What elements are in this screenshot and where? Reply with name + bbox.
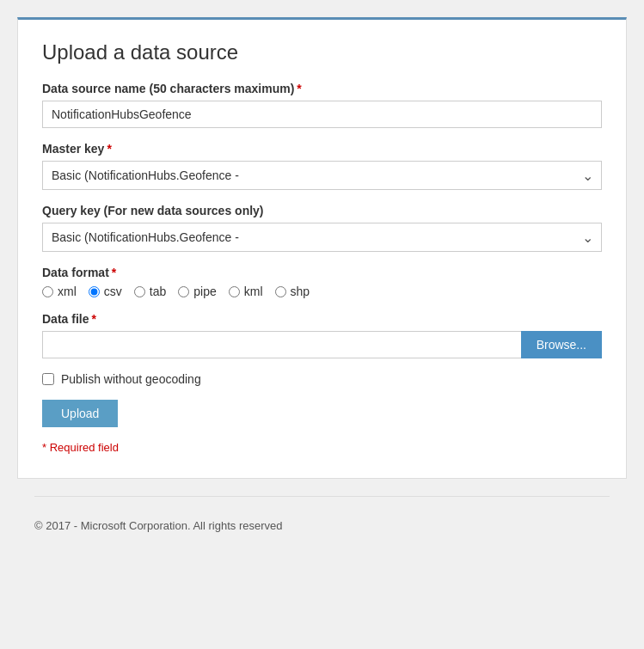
publish-geocoding-row: Publish without geocoding [42, 372, 602, 386]
radio-tab[interactable] [134, 286, 145, 297]
required-field-note: * Required field [42, 441, 602, 454]
browse-button[interactable]: Browse... [521, 331, 602, 358]
radio-kml[interactable] [229, 286, 240, 297]
required-star-file: * [91, 312, 95, 326]
publish-geocoding-label[interactable]: Publish without geocoding [61, 372, 201, 386]
data-format-group: Data format* xml csv tab pipe kml [42, 266, 602, 298]
required-star-master: * [107, 142, 111, 156]
query-key-select[interactable]: Basic (NotificationHubs.Geofence - [42, 223, 602, 252]
required-star-name: * [297, 82, 301, 95]
data-file-input[interactable] [42, 331, 521, 358]
required-star-format: * [112, 266, 116, 279]
radio-pipe-label[interactable]: pipe [178, 285, 216, 298]
data-format-label: Data format* [42, 266, 602, 279]
master-key-label: Master key* [42, 142, 602, 156]
master-key-select[interactable]: Basic (NotificationHubs.Geofence - [42, 161, 602, 190]
radio-kml-label[interactable]: kml [229, 285, 263, 298]
master-key-group: Master key* Basic (NotificationHubs.Geof… [42, 142, 602, 190]
radio-xml-label[interactable]: xml [42, 285, 77, 298]
page-title: Upload a data source [42, 40, 602, 64]
footer-text: © 2017 - Microsoft Corporation. All righ… [34, 519, 282, 532]
radio-shp[interactable] [275, 286, 286, 297]
radio-pipe[interactable] [178, 286, 189, 297]
query-key-group: Query key (For new data sources only) Ba… [42, 204, 602, 252]
data-source-name-group: Data source name (50 characters maximum)… [42, 82, 602, 128]
data-source-name-label: Data source name (50 characters maximum)… [42, 82, 602, 95]
query-key-label: Query key (For new data sources only) [42, 204, 602, 217]
radio-csv-label[interactable]: csv [89, 285, 122, 298]
footer-divider [34, 496, 610, 497]
publish-geocoding-checkbox[interactable] [42, 373, 54, 385]
radio-xml[interactable] [42, 286, 53, 297]
upload-button[interactable]: Upload [42, 400, 118, 427]
radio-shp-label[interactable]: shp [275, 285, 310, 298]
radio-tab-label[interactable]: tab [134, 285, 166, 298]
query-key-select-wrapper: Basic (NotificationHubs.Geofence - ⌄ [42, 223, 602, 252]
form-card: Upload a data source Data source name (5… [17, 17, 627, 479]
master-key-select-wrapper: Basic (NotificationHubs.Geofence - ⌄ [42, 161, 602, 190]
file-input-row: Browse... [42, 331, 602, 358]
data-file-label: Data file* [42, 312, 602, 326]
radio-csv[interactable] [89, 286, 100, 297]
footer: © 2017 - Microsoft Corporation. All righ… [17, 505, 644, 546]
data-format-radio-group: xml csv tab pipe kml shp [42, 285, 602, 298]
main-container: Upload a data source Data source name (5… [0, 0, 644, 563]
data-file-group: Data file* Browse... [42, 312, 602, 358]
data-source-name-input[interactable] [42, 101, 602, 128]
